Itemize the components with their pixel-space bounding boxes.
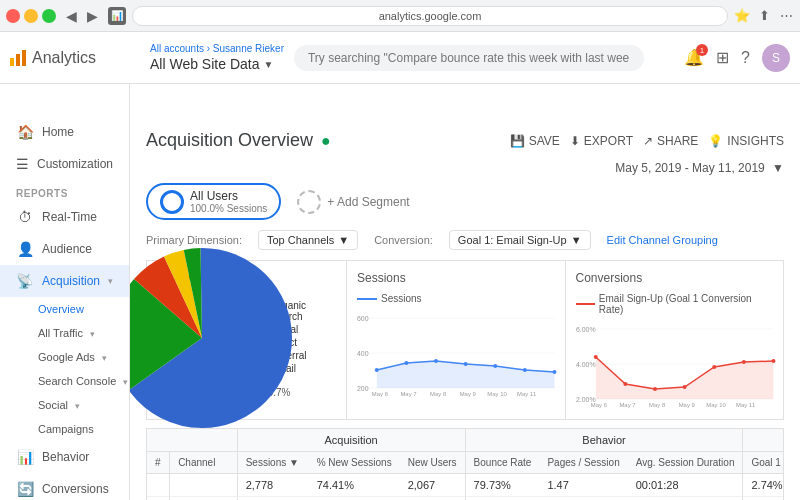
bookmark-icon[interactable]: ⭐ — [734, 8, 750, 24]
svg-text:May 8: May 8 — [649, 402, 666, 408]
conversions-section-header: Conversions — [743, 429, 784, 452]
export-label: EXPORT — [584, 134, 633, 148]
more-icon[interactable]: ⋯ — [778, 8, 794, 24]
sidebar-sub-social[interactable]: Social ▾ — [0, 393, 129, 417]
edit-channel-grouping-link[interactable]: Edit Channel Grouping — [607, 234, 718, 246]
save-label: SAVE — [529, 134, 560, 148]
acquisition-section-header: Acquisition — [237, 429, 465, 452]
svg-text:May 7: May 7 — [400, 391, 417, 397]
content-area: Acquisition Overview ● 💾 SAVE ⬇ EXPORT ↗… — [130, 116, 800, 500]
share-icon[interactable]: ⬆ — [756, 8, 772, 24]
svg-text:600: 600 — [357, 315, 369, 322]
data-table: Acquisition Behavior Conversions # Chann… — [147, 429, 784, 500]
audience-icon: 👤 — [16, 241, 34, 257]
primary-dimension-dropdown[interactable]: Top Channels ▼ — [258, 230, 358, 250]
all-users-segment[interactable]: All Users 100.0% Sessions — [146, 183, 281, 220]
maximize-button[interactable] — [42, 9, 56, 23]
browser-chrome: ◀ ▶ 📊 analytics.google.com ⭐ ⬆ ⋯ — [0, 0, 800, 32]
page-header: Acquisition Overview ● 💾 SAVE ⬇ EXPORT ↗… — [146, 130, 784, 151]
ga-logo: Analytics — [10, 49, 140, 67]
conversion-dropdown[interactable]: Goal 1: Email Sign-Up ▼ — [449, 230, 591, 250]
sidebar-sub-searchconsole[interactable]: Search Console ▾ — [0, 369, 129, 393]
pie-chart-svg — [157, 293, 247, 383]
col-duration[interactable]: Avg. Session Duration — [628, 452, 743, 474]
svg-point-36 — [712, 365, 716, 369]
svg-point-16 — [493, 364, 497, 368]
bar2 — [16, 54, 20, 66]
col-pct-new[interactable]: % New Sessions — [309, 452, 400, 474]
svg-text:May 7: May 7 — [619, 402, 636, 408]
col-pages[interactable]: Pages / Session — [539, 452, 627, 474]
conv-dropdown-icon: ▼ — [571, 234, 582, 246]
help-icon[interactable]: ? — [741, 49, 750, 67]
sidebar-sub-campaigns[interactable]: Campaigns — [0, 417, 129, 441]
avatar[interactable]: S — [762, 44, 790, 72]
row1-channel: Organic Search — [170, 497, 238, 501]
svg-marker-31 — [595, 357, 773, 399]
main-content: Acquisition Overview ● 💾 SAVE ⬇ EXPORT ↗… — [130, 32, 800, 500]
nav-arrows: ◀ ▶ — [62, 8, 102, 24]
top-icons: 🔔 1 ⊞ ? S — [684, 44, 790, 72]
sidebar-item-customization[interactable]: ☰ Customization — [0, 148, 129, 180]
address-bar[interactable]: analytics.google.com — [132, 6, 728, 26]
col-bounce[interactable]: Bounce Rate — [465, 452, 539, 474]
back-button[interactable]: ◀ — [62, 8, 81, 24]
social-label: Social — [38, 399, 68, 411]
date-range[interactable]: May 5, 2019 - May 11, 2019 ▼ — [146, 161, 784, 175]
row1-num: 1 — [147, 497, 170, 501]
primary-dimension-value: Top Channels — [267, 234, 334, 246]
all-traffic-label: All Traffic — [38, 327, 83, 339]
totals-bounce: 79.73% — [465, 474, 539, 497]
search-console-label: Search Console — [38, 375, 116, 387]
minimize-button[interactable] — [24, 9, 38, 23]
sidebar-item-realtime[interactable]: ⏱ Real-Time — [0, 201, 129, 233]
main-layout: 🏠 Home ☰ Customization REPORTS ⏱ Real-Ti… — [0, 32, 800, 500]
col-num: # — [147, 452, 170, 474]
notification-badge: 1 — [696, 44, 708, 56]
sidebar-item-behavior[interactable]: 📊 Behavior — [0, 441, 129, 473]
add-segment-button[interactable]: + Add Segment — [297, 190, 409, 214]
filters-row: Primary Dimension: Top Channels ▼ Conver… — [146, 230, 784, 250]
user-info: All Users 100.0% Sessions — [190, 189, 267, 214]
svg-point-35 — [682, 385, 686, 389]
insights-button[interactable]: 💡 INSIGHTS — [708, 134, 784, 148]
svg-point-12 — [375, 368, 379, 372]
share-button[interactable]: ↗ SHARE — [643, 134, 698, 148]
svg-point-17 — [523, 368, 527, 372]
logo-bars — [10, 50, 26, 66]
forward-button[interactable]: ▶ — [83, 8, 102, 24]
charts-row: Top Channels — [146, 260, 784, 420]
sidebar-item-home[interactable]: 🏠 Home — [0, 116, 129, 148]
sidebar: 🏠 Home ☰ Customization REPORTS ⏱ Real-Ti… — [0, 32, 130, 500]
conv-legend-line — [576, 303, 595, 305]
svg-point-14 — [434, 359, 438, 363]
share-icon: ↗ — [643, 134, 653, 148]
svg-point-18 — [553, 370, 557, 374]
row1-pct-new: 83.26% — [309, 497, 400, 501]
svg-point-38 — [771, 359, 775, 363]
sidebar-item-acquisition[interactable]: 📡 Acquisition ▾ — [0, 265, 129, 297]
sidebar-item-conversions[interactable]: 🔄 Conversions — [0, 473, 129, 500]
col-conv-rate[interactable]: Goal 1 Conversion Rate — [743, 452, 784, 474]
apps-icon[interactable]: ⊞ — [716, 48, 729, 67]
col-new-users[interactable]: New Users — [400, 452, 465, 474]
account-selector[interactable]: All accounts › Susanne Rieker All Web Si… — [150, 43, 284, 72]
sidebar-item-audience[interactable]: 👤 Audience — [0, 233, 129, 265]
save-button[interactable]: 💾 SAVE — [510, 134, 560, 148]
svg-point-15 — [464, 362, 468, 366]
reports-section-label: REPORTS — [0, 180, 129, 201]
insights-icon: 💡 — [708, 134, 723, 148]
svg-point-4 — [157, 293, 247, 383]
notification-icon[interactable]: 🔔 1 — [684, 48, 704, 67]
export-button[interactable]: ⬇ EXPORT — [570, 134, 633, 148]
google-ads-label: Google Ads — [38, 351, 95, 363]
col-sessions[interactable]: Sessions ▼ — [237, 452, 309, 474]
search-input[interactable] — [294, 45, 644, 71]
sidebar-sub-overview[interactable]: Overview — [0, 297, 129, 321]
sidebar-sub-googleads[interactable]: Google Ads ▾ — [0, 345, 129, 369]
sidebar-sub-alltraffic[interactable]: All Traffic ▾ — [0, 321, 129, 345]
close-button[interactable] — [6, 9, 20, 23]
dropdown-arrow-icon[interactable]: ▼ — [263, 59, 273, 70]
totals-num — [147, 474, 170, 497]
segment-circle — [297, 190, 321, 214]
